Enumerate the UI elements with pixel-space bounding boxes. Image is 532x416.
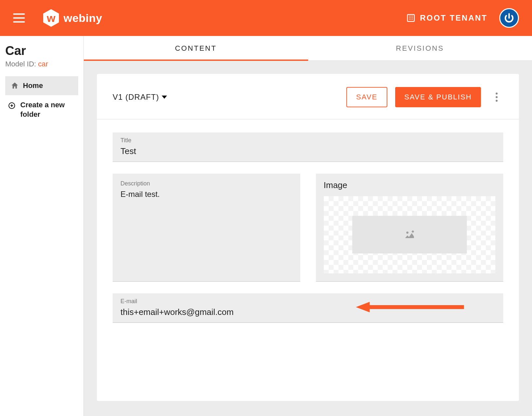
svg-point-6 — [496, 100, 498, 102]
sidebar: Car Model ID: car Home Create a new fold… — [0, 36, 84, 416]
description-field[interactable]: Description E-mail test. — [113, 174, 300, 282]
sidebar-item-label: Home — [23, 81, 43, 90]
brand-badge-icon: w — [43, 9, 59, 27]
power-button[interactable] — [499, 8, 519, 28]
save-button[interactable]: SAVE — [346, 87, 387, 107]
image-field[interactable]: Image — [316, 174, 504, 282]
tab-content[interactable]: CONTENT — [84, 36, 308, 61]
sidebar-item-label: Create a new folder — [20, 100, 76, 119]
version-label: V1 (DRAFT) — [113, 93, 159, 102]
power-icon — [504, 12, 515, 24]
tab-revisions[interactable]: REVISIONS — [308, 36, 532, 61]
model-id-link[interactable]: car — [38, 60, 48, 68]
sidebar-item-home[interactable]: Home — [5, 76, 78, 95]
tabs: CONTENT REVISIONS — [84, 36, 532, 61]
kebab-icon — [496, 93, 498, 102]
annotation-arrow — [356, 301, 464, 315]
home-icon — [10, 81, 19, 90]
image-upload-icon — [403, 228, 416, 241]
building-icon — [406, 13, 415, 23]
svg-marker-9 — [356, 302, 370, 312]
save-publish-button[interactable]: SAVE & PUBLISH — [395, 87, 481, 107]
brand-name: webiny — [64, 12, 102, 25]
more-actions-button[interactable] — [490, 91, 503, 104]
content-panel: V1 (DRAFT) SAVE SAVE & PUBLISH Title Tes… — [97, 74, 519, 401]
field-value: E-mail test. — [120, 189, 292, 199]
model-title: Car — [5, 44, 83, 58]
field-label: Image — [324, 180, 496, 190]
email-field[interactable]: E-mail this+email+works@gmail.com — [113, 293, 503, 323]
image-dropzone[interactable] — [324, 196, 496, 273]
sidebar-create-folder[interactable]: Create a new folder — [0, 95, 83, 124]
version-dropdown[interactable]: V1 (DRAFT) — [113, 93, 167, 102]
field-label: Title — [120, 137, 495, 144]
menu-icon[interactable] — [13, 13, 25, 23]
plus-circle-icon — [8, 102, 16, 110]
title-field[interactable]: Title Test — [113, 132, 503, 162]
svg-text:w: w — [46, 12, 56, 24]
chevron-down-icon — [162, 95, 167, 100]
field-label: Description — [120, 180, 292, 187]
svg-point-4 — [496, 93, 498, 95]
topbar: w webiny ROOT TENANT — [0, 0, 532, 36]
svg-point-7 — [406, 232, 409, 234]
tenant-label: ROOT TENANT — [420, 13, 487, 23]
brand-logo[interactable]: w webiny — [43, 9, 102, 27]
model-id: Model ID: car — [5, 60, 83, 68]
tenant-switcher[interactable]: ROOT TENANT — [406, 13, 487, 23]
svg-point-5 — [496, 96, 498, 98]
field-value: Test — [120, 146, 495, 157]
